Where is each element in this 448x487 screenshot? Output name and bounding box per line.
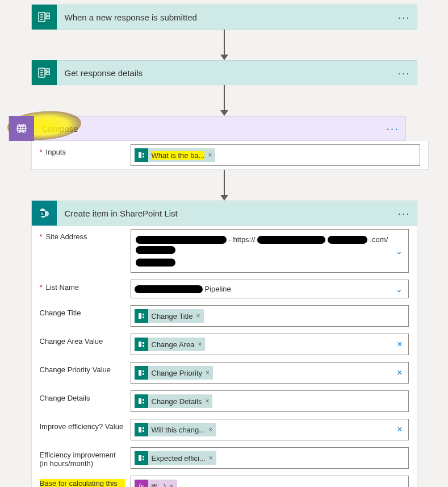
token-label: Change Priority [152, 369, 203, 377]
svg-rect-19 [143, 317, 144, 318]
change-details-field[interactable]: Change Details × [131, 390, 409, 412]
svg-rect-6 [46, 72, 49, 74]
forms-icon [32, 5, 57, 30]
forms-token-icon [135, 309, 148, 323]
redaction-scribble [136, 246, 175, 254]
efficiency-hours-field[interactable]: Expected effici... × [131, 447, 409, 469]
base-calc-field[interactable]: fx if(...) × [131, 476, 409, 487]
arrow-connector [220, 30, 228, 60]
more-icon[interactable]: ··· [392, 11, 417, 24]
chevron-down-icon[interactable]: ⌄ [396, 247, 403, 256]
remove-token-icon[interactable]: × [170, 482, 174, 487]
remove-token-icon[interactable]: × [206, 369, 210, 377]
svg-rect-3 [46, 16, 49, 19]
token-label: Change Title [152, 312, 193, 320]
base-calc-label: Base for calculating this efficiency imp… [40, 476, 125, 487]
more-icon[interactable]: ··· [380, 122, 405, 135]
remove-token-icon[interactable]: × [208, 151, 212, 159]
svg-rect-18 [143, 314, 144, 315]
change-area-label: Change Area Value [40, 334, 125, 346]
clear-field-icon[interactable]: × [397, 368, 402, 378]
sp-body: Site Address - https:// .com/ ⌄ List Nam… [31, 226, 417, 487]
token-label: Change Area [152, 340, 195, 349]
dynamic-token[interactable]: Change Title × [135, 309, 204, 323]
token-label: What is the ba... [152, 151, 205, 160]
action-get-response-details[interactable]: Get response details ··· [31, 60, 417, 85]
step-title: When a new response is submitted [57, 13, 392, 22]
change-title-label: Change Title [40, 305, 125, 317]
forms-token-icon [135, 451, 148, 465]
site-url-fragment: .com/ [370, 235, 388, 244]
remove-token-icon[interactable]: × [196, 312, 200, 320]
change-area-field[interactable]: Change Area × × [131, 334, 409, 355]
action-create-sp-item-header[interactable]: S Create item in SharePoint List ··· [31, 201, 417, 226]
dynamic-token[interactable]: Change Priority × [135, 366, 213, 380]
svg-rect-37 [139, 455, 141, 461]
forms-token-icon [135, 366, 148, 380]
step-title: Create item in SharePoint List [57, 209, 392, 218]
arrow-connector [220, 85, 228, 116]
remove-token-icon[interactable]: × [209, 454, 213, 462]
token-label: Will this chang... [152, 426, 206, 434]
sharepoint-icon: S [32, 201, 57, 226]
svg-rect-17 [139, 313, 141, 319]
svg-rect-22 [143, 342, 144, 344]
arrow-connector [220, 170, 228, 201]
list-name-label: List Name [40, 280, 125, 292]
svg-rect-30 [143, 399, 144, 401]
redaction-scribble [328, 236, 367, 244]
inputs-label: Inputs [40, 144, 125, 156]
svg-text:S: S [41, 211, 43, 216]
chevron-down-icon[interactable]: ⌄ [396, 285, 403, 294]
forms-token-icon [135, 148, 148, 162]
dynamic-token[interactable]: Will this chang... × [135, 423, 216, 436]
more-icon[interactable]: ··· [392, 207, 417, 220]
svg-rect-38 [143, 456, 144, 457]
site-address-field[interactable]: - https:// .com/ ⌄ [131, 229, 409, 273]
list-name-fragment: Pipeline [205, 285, 231, 293]
more-icon[interactable]: ··· [392, 66, 417, 80]
change-priority-label: Change Priority Value [40, 362, 125, 374]
remove-token-icon[interactable]: × [208, 426, 212, 434]
redaction-scribble [136, 236, 227, 244]
svg-rect-5 [46, 69, 49, 71]
expression-token[interactable]: fx if(...) × [135, 480, 177, 487]
compose-icon [9, 116, 34, 141]
trigger-when-new-response[interactable]: When a new response is submitted ··· [31, 5, 417, 30]
action-compose-header[interactable]: Compose ··· [9, 116, 406, 141]
dynamic-token[interactable]: Change Area × [135, 338, 206, 351]
forms-token-icon [135, 338, 148, 351]
fx-icon: fx [135, 480, 148, 487]
forms-token-icon [135, 423, 148, 436]
remove-token-icon[interactable]: × [198, 340, 202, 348]
svg-rect-2 [46, 13, 49, 15]
change-priority-field[interactable]: Change Priority × × [131, 362, 409, 384]
remove-token-icon[interactable]: × [205, 397, 209, 405]
svg-rect-29 [139, 398, 141, 404]
svg-rect-35 [143, 430, 144, 432]
efficiency-hours-label: Efficiency improvement (in hours/month) [40, 447, 125, 468]
forms-icon [32, 60, 57, 85]
dynamic-token[interactable]: Expected effici... × [135, 451, 216, 465]
inputs-field[interactable]: What is the ba... × [131, 144, 420, 166]
clear-field-icon[interactable]: × [397, 339, 402, 349]
svg-rect-34 [143, 427, 144, 429]
token-label: Change Details [152, 397, 202, 406]
svg-rect-39 [143, 459, 144, 460]
svg-rect-9 [143, 153, 144, 155]
redaction-scribble [135, 285, 203, 293]
svg-rect-33 [139, 427, 141, 432]
dynamic-token[interactable]: Change Details × [135, 394, 213, 408]
compose-body: Inputs What is the ba... × [31, 141, 429, 170]
improve-efficiency-field[interactable]: Will this chang... × × [131, 419, 409, 440]
token-label: if(...) [152, 482, 166, 488]
list-name-field[interactable]: Pipeline ⌄ [131, 280, 409, 298]
improve-efficiency-label: Improve efficiency? Value [40, 419, 125, 431]
forms-token-icon [135, 394, 148, 408]
svg-rect-10 [143, 156, 144, 157]
change-title-field[interactable]: Change Title × [131, 305, 409, 327]
redaction-scribble [136, 259, 175, 267]
dynamic-token[interactable]: What is the ba... × [135, 148, 216, 162]
clear-field-icon[interactable]: × [397, 424, 402, 435]
site-url-fragment: - https:// [229, 235, 256, 244]
